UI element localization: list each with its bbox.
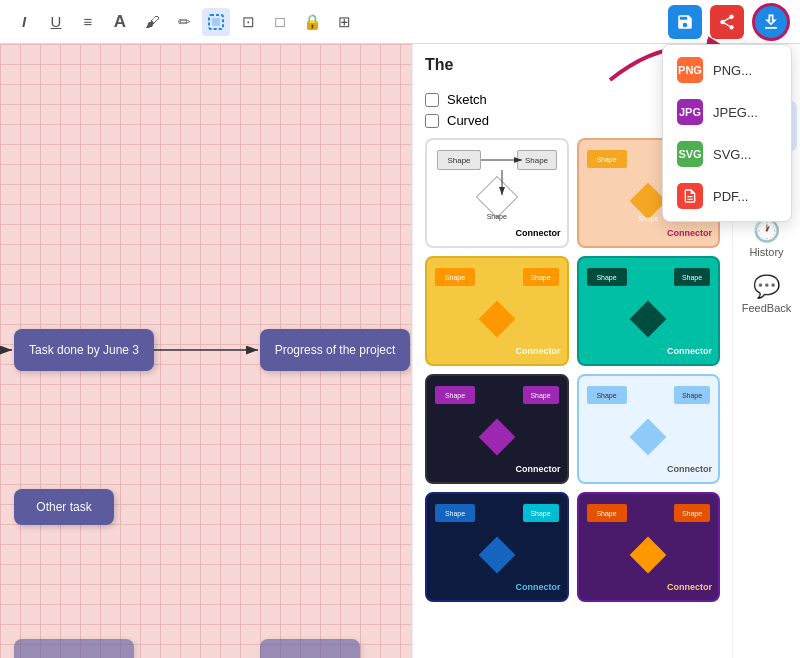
underline-icon[interactable]: U	[42, 8, 70, 36]
feedback-icon: 💬	[753, 274, 780, 300]
pdf-icon	[677, 183, 703, 209]
mini-connector-label-7: Connector	[516, 582, 561, 592]
curved-checkbox[interactable]	[425, 114, 439, 128]
list-icon[interactable]: ≡	[74, 8, 102, 36]
sidebar-item-label-history: History	[749, 246, 783, 258]
curved-label: Curved	[447, 113, 489, 128]
export-pdf-item[interactable]: PDF...	[663, 175, 791, 217]
toolbar: I U ≡ A 🖌 ✏ ⊡ □ 🔒 ⊞	[0, 0, 800, 44]
mini-diagram-teal: Shape Shape Connector	[579, 258, 719, 360]
export-png-label: PNG...	[713, 63, 752, 78]
export-png-item[interactable]: PNG PNG...	[663, 49, 791, 91]
mini-connector-label-1: Connector	[516, 228, 561, 238]
export-button[interactable]	[752, 3, 790, 41]
sidebar-item-feedback[interactable]: 💬 FeedBack	[737, 268, 797, 320]
mini-connector-label-4: Connector	[667, 346, 712, 356]
theme-card-default[interactable]: Shape Shape Shape Connector	[425, 138, 569, 248]
toolbar-right	[668, 3, 790, 41]
export-jpeg-label: JPEG...	[713, 105, 758, 120]
mini-diagram-purple: Shape Shape Connector	[579, 494, 719, 596]
mini-diagram-dark: Shape Shape Connector	[427, 376, 567, 478]
theme-card-purple[interactable]: Shape Shape Connector	[577, 492, 721, 602]
mini-connector-label-5: Connector	[516, 464, 561, 474]
sketch-label: Sketch	[447, 92, 487, 107]
mini-connector-label-3: Connector	[516, 346, 561, 356]
sidebar-item-label-feedback: FeedBack	[742, 302, 792, 314]
node-bottom-left[interactable]	[14, 639, 134, 658]
export-jpeg-item[interactable]: JPG JPEG...	[663, 91, 791, 133]
select-icon[interactable]	[202, 8, 230, 36]
lock-icon[interactable]: 🔒	[298, 8, 326, 36]
theme-card-yellow[interactable]: Shape Shape Connector	[425, 256, 569, 366]
text-icon[interactable]: A	[106, 8, 134, 36]
mini-connector-label-2: Connector	[667, 228, 712, 238]
png-icon: PNG	[677, 57, 703, 83]
svg-rect-1	[212, 18, 220, 26]
node-task-june3[interactable]: Task done by June 3	[14, 329, 154, 371]
theme-card-navy[interactable]: Shape Shape Connector	[425, 492, 569, 602]
node-other-task[interactable]: Other task	[14, 489, 114, 525]
canvas[interactable]: Task done by June 3 Progress of the proj…	[0, 44, 411, 658]
shape-icon[interactable]: □	[266, 8, 294, 36]
save-button[interactable]	[668, 5, 702, 39]
export-pdf-label: PDF...	[713, 189, 748, 204]
pencil-icon[interactable]: ✏	[170, 8, 198, 36]
jpeg-icon: JPG	[677, 99, 703, 125]
export-svg-label: SVG...	[713, 147, 751, 162]
theme-card-light[interactable]: Shape Shape Connector	[577, 374, 721, 484]
theme-panel-title: The	[425, 56, 453, 74]
node-bottom-center[interactable]	[260, 639, 360, 658]
mini-diagram-navy: Shape Shape Connector	[427, 494, 567, 596]
mini-diagram-yellow: Shape Shape Connector	[427, 258, 567, 360]
crop-icon[interactable]: ⊡	[234, 8, 262, 36]
theme-card-dark[interactable]: Shape Shape Connector	[425, 374, 569, 484]
italic-icon[interactable]: I	[10, 8, 38, 36]
mini-diagram-default: Shape Shape Shape Connector	[427, 140, 567, 242]
grid-icon[interactable]: ⊞	[330, 8, 358, 36]
share-button[interactable]	[710, 5, 744, 39]
mini-connector-label-8: Connector	[667, 582, 712, 592]
theme-card-teal[interactable]: Shape Shape Connector	[577, 256, 721, 366]
sketch-checkbox[interactable]	[425, 93, 439, 107]
svg-icon: SVG	[677, 141, 703, 167]
mini-connector-label-6: Connector	[667, 464, 712, 474]
export-svg-item[interactable]: SVG SVG...	[663, 133, 791, 175]
mini-diagram-light: Shape Shape Connector	[579, 376, 719, 478]
node-progress-project[interactable]: Progress of the project	[260, 329, 410, 371]
export-dropdown: PNG PNG... JPG JPEG... SVG SVG... PDF...	[662, 44, 792, 222]
paint-icon[interactable]: 🖌	[138, 8, 166, 36]
